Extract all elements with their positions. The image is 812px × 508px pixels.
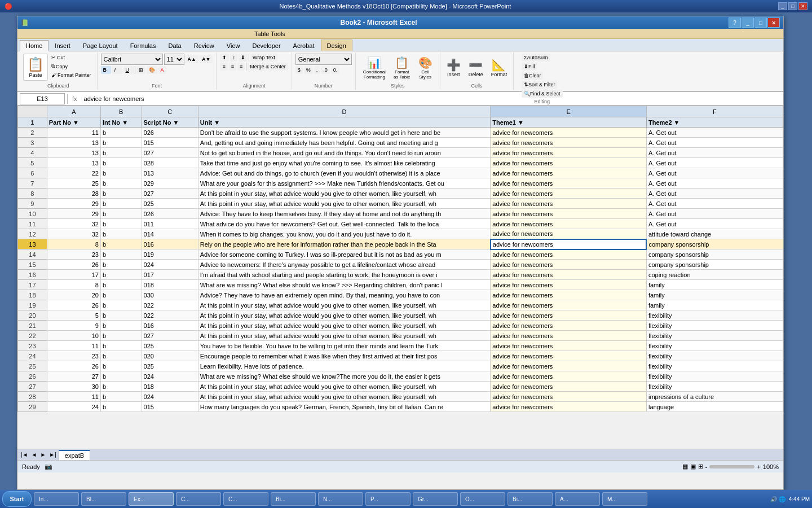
tab-home[interactable]: Home bbox=[20, 40, 48, 51]
cell-A17[interactable]: 8 bbox=[47, 280, 100, 290]
cell-F17[interactable]: family bbox=[646, 280, 783, 290]
cell-F6[interactable]: A. Get out bbox=[646, 168, 783, 178]
decrease-font-btn[interactable]: A▼ bbox=[200, 55, 213, 63]
cell-A9[interactable]: 29 bbox=[47, 199, 100, 209]
cell-A23[interactable]: 11 bbox=[47, 341, 100, 351]
cell-F15[interactable]: company sponsorship bbox=[646, 260, 783, 270]
cell-A6[interactable]: 22 bbox=[47, 168, 100, 178]
font-size-select[interactable]: 11 bbox=[164, 54, 184, 65]
cell-B28[interactable]: b bbox=[100, 392, 142, 402]
cell-B10[interactable]: b bbox=[100, 209, 142, 219]
cell-ref-input[interactable] bbox=[20, 93, 65, 104]
cell-D24[interactable]: Encourage people to remember what it was… bbox=[198, 351, 491, 361]
cell-C13[interactable]: 016 bbox=[142, 239, 198, 249]
cell-C21[interactable]: 016 bbox=[142, 321, 198, 331]
cell-D12[interactable]: When it comes to big changes, you know, … bbox=[198, 229, 491, 239]
cell-B16[interactable]: b bbox=[100, 270, 142, 280]
cell-F19[interactable]: family bbox=[646, 300, 783, 310]
cell-E15[interactable]: advice for newcomers bbox=[491, 260, 647, 270]
cell-C28[interactable]: 024 bbox=[142, 392, 198, 402]
cell-A12[interactable]: 32 bbox=[47, 229, 100, 239]
wrap-text-btn[interactable]: Wrap Text bbox=[250, 54, 277, 62]
cell-F27[interactable]: flexibility bbox=[646, 382, 783, 392]
cell-D18[interactable]: Advice? They have to have an extremely o… bbox=[198, 290, 491, 300]
close-btn[interactable]: ✕ bbox=[798, 2, 807, 10]
cell-D4[interactable]: Not to get so buried in the house, and g… bbox=[198, 148, 491, 158]
cell-D16[interactable]: I'm afraid that with school starting and… bbox=[198, 270, 491, 280]
paste-button[interactable]: 📋 Paste bbox=[23, 54, 48, 81]
cell-F7[interactable]: A. Get out bbox=[646, 178, 783, 189]
cell-E26[interactable]: advice for newcomers bbox=[491, 371, 647, 382]
insert-btn[interactable]: ➕ Insert bbox=[444, 56, 464, 79]
delete-btn[interactable]: ➖ Delete bbox=[466, 56, 486, 79]
cell-C16[interactable]: 017 bbox=[142, 270, 198, 280]
cell-F25[interactable]: flexibility bbox=[646, 361, 783, 371]
cell-E13[interactable]: advice for newcomers bbox=[491, 239, 647, 249]
start-button[interactable]: Start bbox=[2, 491, 32, 507]
cell-F4[interactable]: A. Get out bbox=[646, 148, 783, 158]
cell-D27[interactable]: At this point in your stay, what advice … bbox=[198, 382, 491, 392]
cell-A3[interactable]: 13 bbox=[47, 138, 100, 148]
cell-A11[interactable]: 32 bbox=[47, 219, 100, 229]
cell-F24[interactable]: flexibility bbox=[646, 351, 783, 361]
cell-D20[interactable]: At this point in your stay, what advice … bbox=[198, 310, 491, 321]
sheet-nav-prev[interactable]: ◄ bbox=[30, 450, 38, 459]
cell-D28[interactable]: At this point in your stay, what advice … bbox=[198, 392, 491, 402]
cell-E16[interactable]: advice for newcomers bbox=[491, 270, 647, 280]
cell-F13[interactable]: company sponsorship bbox=[646, 239, 783, 249]
cell-B24[interactable]: b bbox=[100, 351, 142, 361]
col-header-E[interactable]: E bbox=[491, 106, 647, 117]
cell-A5[interactable]: 13 bbox=[47, 158, 100, 168]
fill-color-button[interactable]: 🎨 bbox=[147, 66, 157, 74]
taskbar-bi2[interactable]: Bi... bbox=[508, 492, 553, 506]
dec-decimal-btn[interactable]: 0. bbox=[331, 66, 340, 74]
cell-A19[interactable]: 26 bbox=[47, 300, 100, 310]
col-header-C[interactable]: C bbox=[142, 106, 198, 117]
sheet-nav-next[interactable]: ► bbox=[39, 450, 47, 459]
cell-E12[interactable]: advice for newcomers bbox=[491, 229, 647, 239]
cell-F16[interactable]: coping reaction bbox=[646, 270, 783, 280]
tab-view[interactable]: View bbox=[220, 40, 246, 51]
cell-F14[interactable]: company sponsorship bbox=[646, 249, 783, 260]
fill-btn[interactable]: ⬇ Fill bbox=[522, 63, 537, 71]
excel-close[interactable]: ✕ bbox=[767, 17, 780, 28]
comma-btn[interactable]: , bbox=[314, 66, 320, 74]
find-select-btn[interactable]: 🔍 Find & Select bbox=[522, 90, 563, 98]
cell-A4[interactable]: 13 bbox=[47, 148, 100, 158]
align-center-btn[interactable]: ≡ bbox=[229, 63, 236, 71]
cell-B25[interactable]: b bbox=[100, 361, 142, 371]
cell-B1[interactable]: Int No ▼ bbox=[100, 117, 142, 128]
cell-D3[interactable]: And, getting out and going immediately h… bbox=[198, 138, 491, 148]
tab-acrobat[interactable]: Acrobat bbox=[287, 40, 321, 51]
cell-C3[interactable]: 015 bbox=[142, 138, 198, 148]
cell-F10[interactable]: A. Get out bbox=[646, 209, 783, 219]
cell-A21[interactable]: 9 bbox=[47, 321, 100, 331]
format-painter-button[interactable]: 🖌 Format Painter bbox=[49, 71, 94, 79]
cell-C19[interactable]: 022 bbox=[142, 300, 198, 310]
cell-C10[interactable]: 026 bbox=[142, 209, 198, 219]
cell-B26[interactable]: b bbox=[100, 371, 142, 382]
tab-developer[interactable]: Developer bbox=[246, 40, 286, 51]
align-bottom-btn[interactable]: ⬇ bbox=[239, 54, 248, 62]
cell-E19[interactable]: advice for newcomers bbox=[491, 300, 647, 310]
cell-styles-btn[interactable]: 🎨 CellStyles bbox=[416, 54, 435, 81]
cell-A1[interactable]: Part No ▼ bbox=[47, 117, 100, 128]
cell-C23[interactable]: 025 bbox=[142, 341, 198, 351]
percent-btn[interactable]: % bbox=[304, 66, 313, 74]
cell-C17[interactable]: 018 bbox=[142, 280, 198, 290]
cell-D1[interactable]: Unit ▼ bbox=[198, 117, 491, 128]
cell-F28[interactable]: impressions of a culture bbox=[646, 392, 783, 402]
col-header-D[interactable]: D bbox=[198, 106, 491, 117]
taskbar-n[interactable]: N... bbox=[318, 492, 363, 506]
cell-C24[interactable]: 020 bbox=[142, 351, 198, 361]
cell-B23[interactable]: b bbox=[100, 341, 142, 351]
cell-C5[interactable]: 028 bbox=[142, 158, 198, 168]
cell-E8[interactable]: advice for newcomers bbox=[491, 189, 647, 199]
cell-B2[interactable]: b bbox=[100, 128, 142, 138]
taskbar-a[interactable]: A... bbox=[555, 492, 600, 506]
cell-A16[interactable]: 17 bbox=[47, 270, 100, 280]
zoom-slider[interactable] bbox=[709, 465, 754, 468]
cell-D21[interactable]: At this point in your stay, what advice … bbox=[198, 321, 491, 331]
cell-A7[interactable]: 25 bbox=[47, 178, 100, 189]
col-header-F[interactable]: F bbox=[646, 106, 783, 117]
